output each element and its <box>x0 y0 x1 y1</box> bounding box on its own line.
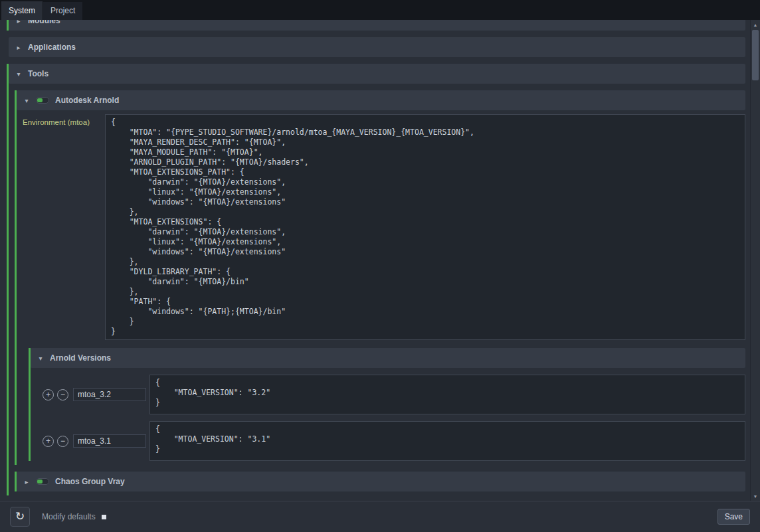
section-applications: ▸ Applications <box>7 37 745 57</box>
scroll-up-icon[interactable]: ▲ <box>751 20 760 29</box>
section-header-autodesk-arnold[interactable]: ▾ Autodesk Arnold <box>17 90 745 110</box>
modify-defaults-checkbox[interactable] <box>102 515 106 519</box>
section-arnold-versions: ▾ Arnold Versions + − <box>29 348 745 461</box>
tools-body: ▾ Autodesk Arnold Environment (mtoa) { "… <box>9 90 745 495</box>
section-label-arnold-versions: Arnold Versions <box>50 353 111 363</box>
footer-bar: ↻ Modify defaults Save <box>0 501 760 532</box>
remove-item-button[interactable]: − <box>57 389 68 400</box>
section-header-applications[interactable]: ▸ Applications <box>9 37 745 57</box>
tab-system[interactable]: System <box>1 1 43 20</box>
row-buttons: + − <box>43 436 68 447</box>
tab-project[interactable]: Project <box>43 2 82 20</box>
section-header-tools[interactable]: ▾ Tools <box>9 64 745 84</box>
section-autodesk-arnold: ▾ Autodesk Arnold Environment (mtoa) { "… <box>15 90 745 465</box>
scrollbar-thumb[interactable] <box>752 30 759 80</box>
version-row: + − { "MTOA_VERSION": "3.1" } <box>31 421 745 461</box>
section-label-applications: Applications <box>28 43 76 52</box>
version-row: + − { "MTOA_VERSION": "3.2" } <box>31 375 745 414</box>
section-label-chaos-group-vray: Chaos Group Vray <box>55 477 125 486</box>
environment-field-row: Environment (mtoa) { "MTOA": "{PYPE_STUD… <box>23 114 745 340</box>
refresh-button[interactable]: ↻ <box>10 507 30 527</box>
arnold-body: Environment (mtoa) { "MTOA": "{PYPE_STUD… <box>17 114 745 465</box>
version-json-textarea[interactable]: { "MTOA_VERSION": "3.2" } <box>149 375 745 414</box>
section-chaos-group-vray: ▸ Chaos Group Vray <box>15 472 745 491</box>
expand-arrow-icon: ▾ <box>23 97 30 104</box>
vertical-scrollbar[interactable]: ▲ ▼ <box>750 20 760 501</box>
save-button[interactable]: Save <box>717 509 750 525</box>
enabled-toggle[interactable] <box>36 97 49 104</box>
arnold-versions-body: + − { "MTOA_VERSION": "3.2" } + <box>31 375 745 461</box>
version-key-input[interactable] <box>73 434 146 448</box>
remove-item-button[interactable]: − <box>57 436 68 447</box>
expand-arrow-icon: ▾ <box>15 70 22 78</box>
refresh-icon: ↻ <box>15 510 25 523</box>
section-header-chaos-group-vray[interactable]: ▸ Chaos Group Vray <box>17 472 745 491</box>
collapse-arrow-icon: ▸ <box>23 478 30 486</box>
section-tools: ▾ Tools ▾ Autodesk Arnold Environment (m… <box>7 64 745 495</box>
section-label-autodesk-arnold: Autodesk Arnold <box>55 96 119 105</box>
settings-content: ▸ Modules ▸ Applications ▾ Tools ▾ <box>0 20 749 501</box>
section-label-tools: Tools <box>28 69 48 78</box>
section-header-arnold-versions[interactable]: ▾ Arnold Versions <box>31 348 745 368</box>
settings-scroll-area: ▸ Modules ▸ Applications ▾ Tools ▾ <box>0 20 760 501</box>
environment-label: Environment (mtoa) <box>23 114 105 340</box>
section-header-modules[interactable]: ▸ Modules <box>9 20 745 31</box>
modify-defaults-label: Modify defaults <box>42 512 96 521</box>
enabled-toggle[interactable] <box>36 478 49 485</box>
scroll-down-icon[interactable]: ▼ <box>751 491 760 501</box>
section-modules: ▸ Modules <box>7 20 745 31</box>
collapse-arrow-icon: ▸ <box>15 20 22 25</box>
expand-arrow-icon: ▾ <box>37 355 44 362</box>
version-key-input[interactable] <box>73 388 146 401</box>
row-buttons: + − <box>43 389 68 400</box>
add-item-button[interactable]: + <box>43 436 54 447</box>
section-label-modules: Modules <box>28 20 60 25</box>
collapse-arrow-icon: ▸ <box>15 44 22 51</box>
environment-json-textarea[interactable]: { "MTOA": "{PYPE_STUDIO_SOFTWARE}/arnold… <box>105 114 745 340</box>
tab-bar: System Project <box>0 0 760 20</box>
version-json-textarea[interactable]: { "MTOA_VERSION": "3.1" } <box>149 421 745 461</box>
add-item-button[interactable]: + <box>43 389 54 400</box>
